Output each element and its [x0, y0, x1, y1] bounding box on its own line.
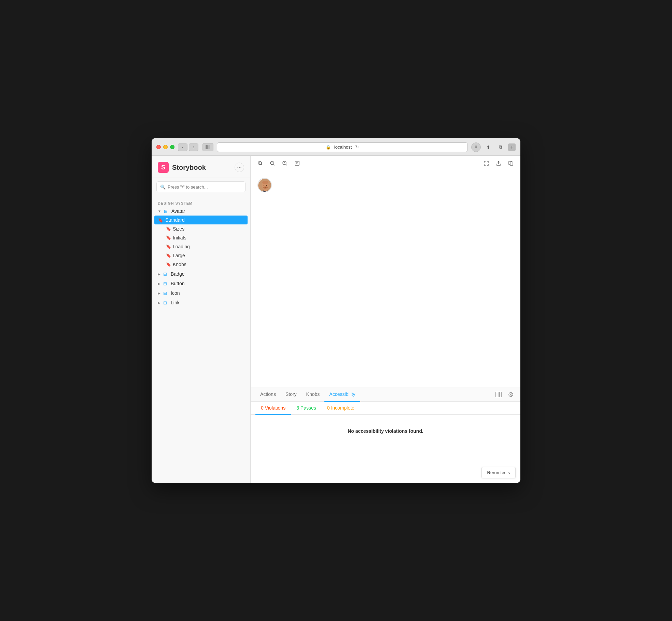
sidebar-item-label-button: Button [171, 281, 184, 286]
content-area: Actions Story Knobs Accessibility [251, 156, 520, 483]
nav-buttons: ‹ › [178, 143, 198, 151]
sidebar-item-badge[interactable]: ▶ ⊞ Badge [152, 270, 250, 278]
tab-knobs[interactable]: Knobs [302, 387, 325, 402]
forward-button[interactable]: › [189, 143, 198, 151]
rerun-tests-button[interactable]: Rerun tests [481, 467, 516, 478]
bookmark-icon-initials: 🔖 [166, 235, 171, 240]
sidebar-content: DESIGN SYSTEM ▼ ⊞ Avatar 🔖 Standard 🔖 Si [152, 196, 250, 483]
share-button[interactable]: ⬆ [484, 143, 493, 151]
sidebar-menu-button[interactable]: ··· [235, 163, 244, 172]
tab-incomplete[interactable]: 0 Incomplete [322, 402, 360, 415]
nav-group-icon: ▶ ⊞ Icon [152, 289, 250, 298]
svg-point-9 [283, 161, 286, 165]
avatar-preview [257, 178, 272, 192]
bookmark-icon-standard: 🔖 [158, 218, 163, 223]
tab-actions[interactable]: Actions [255, 387, 281, 402]
panel-layout-button[interactable] [494, 390, 503, 399]
storybook-logo-text: Storybook [172, 164, 206, 171]
sidebar-item-label-link: Link [171, 300, 180, 305]
grid-icon-icon: ⊞ [163, 291, 169, 296]
duplicate-button[interactable]: ⧉ [496, 143, 505, 151]
zoom-out-button[interactable] [268, 158, 277, 168]
sidebar-toggle-button[interactable] [202, 143, 213, 151]
sidebar-item-sizes[interactable]: 🔖 Sizes [152, 224, 250, 233]
sidebar-item-label-loading: Loading [173, 244, 190, 249]
zoom-reset-button[interactable] [280, 158, 290, 168]
chevron-right-icon-badge: ▶ [158, 272, 160, 276]
addon-content: No accessibility violations found. Rerun… [251, 415, 520, 483]
write-button[interactable] [292, 158, 302, 168]
no-violations-message: No accessibility violations found. [251, 415, 520, 447]
bookmark-icon-knobs: 🔖 [166, 262, 171, 267]
tab-violations[interactable]: 0 Violations [255, 402, 291, 415]
sidebar-item-label-standard: Standard [165, 217, 185, 223]
download-button[interactable]: ⬇ [471, 142, 481, 152]
traffic-light-yellow[interactable] [163, 145, 168, 149]
preview-toolbar [251, 156, 520, 171]
storybook-logo-icon: S [158, 162, 169, 173]
grid-icon-badge: ⊞ [163, 272, 169, 277]
svg-rect-24 [495, 392, 499, 397]
svg-point-22 [264, 185, 264, 186]
grid-icon-link: ⊞ [163, 300, 169, 305]
addons-tabs: Actions Story Knobs Accessibility [251, 387, 520, 402]
tab-accessibility[interactable]: Accessibility [324, 387, 360, 402]
fullscreen-button[interactable] [481, 158, 491, 168]
close-panel-button[interactable] [506, 390, 516, 399]
nav-group-button: ▶ ⊞ Button [152, 279, 250, 288]
svg-rect-1 [208, 145, 210, 149]
search-icon: 🔍 [160, 184, 166, 190]
tab-story[interactable]: Story [281, 387, 302, 402]
sidebar-item-label-badge: Badge [171, 271, 184, 277]
url-text: localhost [334, 144, 352, 150]
sidebar-item-label-large: Large [173, 253, 185, 258]
sidebar-item-standard[interactable]: 🔖 Standard [154, 216, 248, 224]
traffic-lights [156, 145, 174, 149]
sidebar-item-large[interactable]: 🔖 Large [152, 251, 250, 260]
sidebar-item-initials[interactable]: 🔖 Initials [152, 233, 250, 242]
toolbar-left [255, 158, 302, 168]
svg-line-10 [286, 164, 287, 165]
share-story-button[interactable] [494, 158, 503, 168]
new-tab-button[interactable]: + [508, 143, 516, 151]
chevron-right-icon-link: ▶ [158, 301, 160, 305]
browser-chrome: ‹ › 🔒 localhost ↻ ⬇ ⬆ ⧉ + [152, 138, 520, 156]
sidebar-item-loading[interactable]: 🔖 Loading [152, 242, 250, 251]
preview-area [251, 171, 520, 387]
sidebar-item-knobs[interactable]: 🔖 Knobs [152, 260, 250, 269]
sidebar-item-avatar[interactable]: ▼ ⊞ Avatar [152, 207, 250, 216]
sidebar-header: S Storybook ··· [152, 156, 250, 178]
traffic-light-green[interactable] [170, 145, 174, 149]
section-label: DESIGN SYSTEM [152, 199, 250, 207]
svg-point-20 [262, 181, 268, 184]
zoom-in-button[interactable] [255, 158, 265, 168]
nav-group-link: ▶ ⊞ Link [152, 298, 250, 307]
svg-point-23 [266, 185, 267, 186]
search-input[interactable] [168, 184, 242, 190]
sidebar-item-icon[interactable]: ▶ ⊞ Icon [152, 289, 250, 298]
svg-rect-25 [500, 392, 502, 397]
nav-group-badge: ▶ ⊞ Badge [152, 270, 250, 278]
chevron-down-icon: ▼ [158, 209, 161, 213]
sidebar-item-label-icon: Icon [171, 290, 180, 296]
svg-rect-0 [206, 145, 208, 149]
violations-tabs: 0 Violations 3 Passes 0 Incomplete [251, 402, 520, 415]
traffic-light-red[interactable] [156, 145, 161, 149]
svg-line-7 [274, 164, 275, 165]
nav-group-avatar: ▼ ⊞ Avatar 🔖 Standard 🔖 Sizes 🔖 Ini [152, 207, 250, 269]
sidebar-item-link[interactable]: ▶ ⊞ Link [152, 298, 250, 307]
sidebar-item-label-knobs: Knobs [173, 262, 186, 267]
sidebar-item-button[interactable]: ▶ ⊞ Button [152, 279, 250, 288]
copy-link-button[interactable] [506, 158, 516, 168]
tab-passes[interactable]: 3 Passes [291, 402, 322, 415]
sidebar-search[interactable]: 🔍 [156, 181, 246, 192]
chevron-right-icon-button: ▶ [158, 282, 160, 286]
addon-tab-actions [494, 390, 516, 399]
address-bar[interactable]: 🔒 localhost ↻ [217, 142, 468, 152]
back-button[interactable]: ‹ [178, 143, 187, 151]
refresh-icon[interactable]: ↻ [355, 144, 359, 150]
bookmark-icon-sizes: 🔖 [166, 226, 171, 231]
grid-icon-button: ⊞ [163, 281, 169, 286]
bookmark-icon-loading: 🔖 [166, 244, 171, 249]
sidebar-item-label-initials: Initials [173, 235, 186, 240]
